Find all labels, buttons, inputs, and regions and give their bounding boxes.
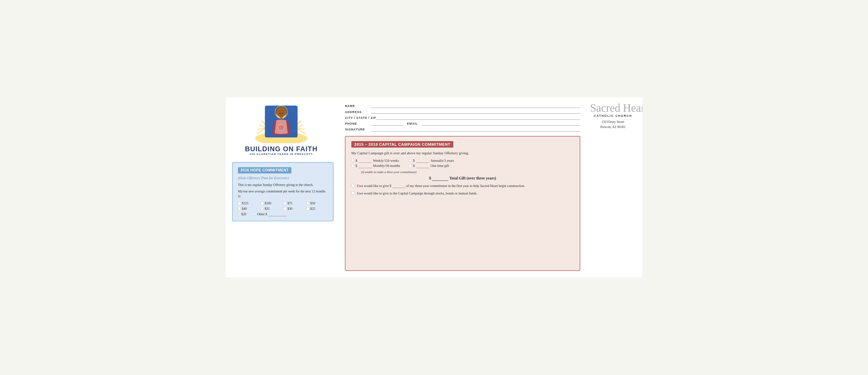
- city-row: CITY / STATE / ZIP: [345, 116, 580, 120]
- name-input[interactable]: [371, 104, 580, 108]
- name-row: NAME: [345, 104, 580, 108]
- hope-option-40: $40: [238, 207, 259, 210]
- form-fields: NAME ADDRESS CITY / STATE / ZIP PHONE: [345, 104, 580, 131]
- phone-label: PHONE: [345, 122, 371, 125]
- campaign-stmt-1: I/we would like to give $ of my three-ye…: [351, 183, 574, 188]
- sacred-heart-title: Sacred Heart: [590, 102, 642, 113]
- phone-email-row: PHONE EMAIL: [345, 122, 580, 126]
- name-label: NAME: [345, 105, 371, 108]
- hope-checkbox-35[interactable]: [261, 207, 264, 210]
- svg-point-26: [282, 113, 283, 114]
- hope-label-100: $100: [264, 202, 271, 205]
- hope-label-50: $50: [310, 202, 315, 205]
- hope-option-50: $50: [306, 202, 328, 205]
- total-gift-amount[interactable]: [432, 176, 448, 181]
- svg-point-22: [276, 107, 287, 117]
- hope-subtitle: (Holy Offertory Plan for Everyone): [238, 176, 328, 180]
- campaign-onetime-option: $ One-time gift: [409, 164, 461, 168]
- campaign-monthly-option: $ Monthly/36 months: [351, 164, 404, 168]
- campaign-dollar-sign-1: $: [356, 158, 357, 162]
- hope-checkbox-other[interactable]: [254, 213, 256, 215]
- address-label: ADDRESS: [345, 110, 371, 114]
- hope-checkbox-20[interactable]: [238, 213, 240, 215]
- hope-checkbox-30[interactable]: [284, 207, 287, 210]
- address-row: ADDRESS: [345, 110, 580, 114]
- email-input[interactable]: [422, 122, 580, 126]
- campaign-row-2: $ Monthly/36 months $ One-time gift: [351, 164, 574, 168]
- sacred-heart-section: Sacred Heart CATHOLIC CHURCH 150 Fleury …: [587, 97, 642, 277]
- campaign-monthly-label: Monthly/36 months: [373, 164, 400, 168]
- campaign-stmt2-text: I/we would like to give to the Capital C…: [357, 191, 477, 196]
- address-block: 150 Fleury Street Prescott, AZ 86301: [590, 119, 636, 130]
- logo-title: BUILDING ON FAITH: [245, 145, 317, 153]
- total-gift-label: Total Gift (over three years): [449, 176, 496, 180]
- hope-label-30: $30: [287, 207, 292, 210]
- signature-input[interactable]: [371, 127, 580, 131]
- stmt1-suffix: of my three-year commitment in the first…: [406, 184, 525, 188]
- building-on-faith-logo: BUILDING ON FAITH 100 CLARETIAN YEARS IN…: [245, 145, 317, 156]
- campaign-stmt1-text: I/we would like to give $ of my three-ye…: [357, 183, 525, 188]
- hope-option-30: $30: [284, 207, 305, 210]
- hope-option-35: $35: [261, 207, 282, 210]
- one-time-note: (if unable to make a three-year commitme…: [361, 170, 574, 174]
- phone-group: PHONE: [345, 122, 404, 126]
- hope-label-40: $40: [242, 207, 247, 210]
- total-gift-row: $ Total Gift (over three years): [351, 176, 574, 181]
- campaign-onetime-amount[interactable]: [416, 164, 429, 168]
- campaign-dollar-sign-3: $: [356, 164, 357, 168]
- campaign-weekly-label: Weekly/156 weeks: [373, 158, 399, 162]
- campaign-monthly-amount[interactable]: [358, 164, 371, 168]
- campaign-onetime-checkbox[interactable]: [409, 165, 412, 168]
- campaign-dollar-sign-4: $: [413, 164, 415, 168]
- hope-checkbox-40[interactable]: [238, 207, 241, 210]
- campaign-annually-option: $ Annually/3 years: [409, 158, 461, 162]
- svg-point-25: [279, 113, 280, 114]
- campaign-stmt1-amount[interactable]: [392, 184, 405, 188]
- logo-subtitle: 100 CLARETIAN YEARS IN PRESCOTT: [245, 153, 317, 155]
- address-input[interactable]: [371, 110, 580, 114]
- campaign-intro: My Capital Campaign gift is over and abo…: [351, 151, 574, 156]
- right-section: NAME ADDRESS CITY / STATE / ZIP PHONE: [337, 97, 586, 277]
- logo-area: BUILDING ON FAITH 100 CLARETIAN YEARS IN…: [232, 104, 330, 156]
- campaign-annually-checkbox[interactable]: [409, 159, 412, 162]
- campaign-monthly-checkbox[interactable]: [351, 165, 354, 168]
- hope-checkbox-100[interactable]: [261, 202, 264, 205]
- signature-label: SIGNATURE: [345, 128, 371, 131]
- hope-checkbox-25[interactable]: [306, 207, 309, 210]
- hope-label-20: $20: [241, 213, 246, 216]
- hope-checkbox-50[interactable]: [306, 202, 309, 205]
- campaign-annually-label: Annually/3 years: [431, 158, 454, 162]
- campaign-options: $ Weekly/156 weeks $ Annually/3 years: [351, 158, 574, 168]
- campaign-weekly-checkbox[interactable]: [351, 159, 354, 162]
- hope-checkbox-125[interactable]: [238, 202, 241, 205]
- hope-checkbox-grid: $125 $100 $75 $50: [238, 202, 328, 211]
- hope-checkbox-75[interactable]: [284, 202, 287, 205]
- hope-option-125: $125: [238, 202, 259, 205]
- hope-other-label: Other $: [257, 213, 267, 216]
- campaign-annually-amount[interactable]: [416, 158, 429, 162]
- logo-image: [254, 104, 309, 143]
- address-line-2: Prescott, AZ 86301: [590, 124, 636, 129]
- campaign-onetime-label: One-time gift: [431, 164, 449, 168]
- campaign-stmt2-checkbox[interactable]: [351, 191, 355, 195]
- signature-row: SIGNATURE: [345, 127, 580, 131]
- phone-input[interactable]: [371, 122, 404, 126]
- email-group: EMAIL: [407, 122, 580, 126]
- campaign-weekly-amount[interactable]: [358, 158, 371, 162]
- hope-commitment-title: 2016 HOPE COMMITMENT: [238, 167, 291, 173]
- hope-other-amount-input[interactable]: [269, 212, 287, 216]
- hope-commitment-box: 2016 HOPE COMMITMENT (Holy Offertory Pla…: [232, 162, 334, 221]
- email-label: EMAIL: [407, 122, 422, 125]
- capital-campaign-title: 2015 – 2018 CAPITAL CAMPAIGN COMMITMENT: [351, 141, 453, 147]
- campaign-dollar-sign-2: $: [413, 158, 415, 162]
- campaign-stmt1-checkbox[interactable]: [351, 184, 355, 187]
- capital-campaign-box: 2015 – 2018 CAPITAL CAMPAIGN COMMITMENT …: [345, 136, 580, 271]
- catholic-church-label: CATHOLIC CHURCH: [590, 114, 636, 118]
- campaign-row-1: $ Weekly/156 weeks $ Annually/3 years: [351, 158, 574, 162]
- hope-body1: This is my regular Sunday Offertory givi…: [238, 182, 328, 187]
- hope-option-75: $75: [284, 202, 305, 205]
- hope-label-125: $125: [242, 202, 248, 205]
- hope-body2: My/our new average commitment per week f…: [238, 189, 328, 199]
- city-input[interactable]: [376, 116, 580, 120]
- hope-label-75: $75: [287, 202, 292, 205]
